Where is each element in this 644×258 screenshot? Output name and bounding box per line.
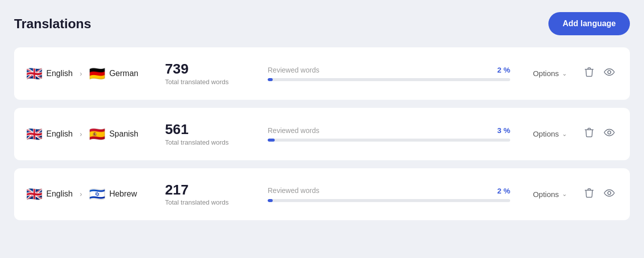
options-button-english-spanish[interactable]: Options ⌄ <box>522 130 578 138</box>
target-flag-english-hebrew: 🇮🇱 <box>89 187 105 201</box>
progress-bar-bg-english-spanish <box>268 139 510 142</box>
word-count-block-english-spanish: 561 Total translated words <box>165 122 256 146</box>
word-count-block-english-german: 739 Total translated words <box>165 61 256 86</box>
svg-point-1 <box>608 131 611 134</box>
target-lang-english-hebrew: Hebrew <box>109 189 137 199</box>
target-flag-english-german: 🇩🇪 <box>89 67 105 80</box>
arrow-icon-english-german: › <box>79 70 82 78</box>
options-label-english-german: Options <box>533 69 559 78</box>
translation-row-english-spanish: 🇬🇧 English › 🇪🇸 Spanish 561 Total transl… <box>14 108 630 160</box>
progress-percent-english-spanish: 3 % <box>497 126 510 135</box>
eye-icon-english-spanish <box>604 128 615 137</box>
view-button-english-hebrew[interactable] <box>601 186 618 203</box>
word-count-number-english-hebrew: 217 <box>165 182 256 198</box>
options-label-english-spanish: Options <box>533 130 559 138</box>
arrow-icon-english-hebrew: › <box>79 190 82 198</box>
svg-point-2 <box>608 191 611 195</box>
chevron-down-icon-english-hebrew: ⌄ <box>562 190 567 198</box>
svg-point-0 <box>608 71 611 74</box>
lang-pair-english-hebrew: 🇬🇧 English › 🇮🇱 Hebrew <box>26 187 157 201</box>
source-lang-english-german: English <box>46 69 72 78</box>
progress-block-english-hebrew: Reviewed words 2 % <box>256 186 522 202</box>
view-button-english-german[interactable] <box>601 65 618 82</box>
progress-percent-english-german: 2 % <box>497 66 510 74</box>
progress-bar-fill-english-hebrew <box>268 199 273 202</box>
add-language-button[interactable]: Add language <box>548 12 630 35</box>
progress-percent-english-hebrew: 2 % <box>497 186 510 195</box>
word-count-number-english-spanish: 561 <box>165 122 256 138</box>
word-count-block-english-hebrew: 217 Total translated words <box>165 182 256 207</box>
chevron-down-icon-english-german: ⌄ <box>562 70 567 77</box>
progress-bar-fill-english-german <box>268 78 273 81</box>
reviewed-label-english-german: Reviewed words <box>268 66 319 74</box>
word-count-number-english-german: 739 <box>165 61 256 77</box>
source-flag-english-german: 🇬🇧 <box>26 67 42 80</box>
arrow-icon-english-spanish: › <box>79 130 82 138</box>
lang-pair-english-german: 🇬🇧 English › 🇩🇪 German <box>26 67 157 80</box>
chevron-down-icon-english-spanish: ⌄ <box>562 131 567 138</box>
eye-icon-english-hebrew <box>604 189 615 197</box>
options-button-english-hebrew[interactable]: Options ⌄ <box>522 190 578 199</box>
reviewed-label-english-spanish: Reviewed words <box>268 126 319 135</box>
lang-pair-english-spanish: 🇬🇧 English › 🇪🇸 Spanish <box>26 127 157 141</box>
translations-list: 🇬🇧 English › 🇩🇪 German 739 Total transla… <box>14 47 630 220</box>
delete-button-english-spanish[interactable] <box>582 124 597 143</box>
delete-button-english-german[interactable] <box>582 64 597 83</box>
options-label-english-hebrew: Options <box>533 190 559 199</box>
delete-button-english-hebrew[interactable] <box>582 185 597 204</box>
translation-row-english-hebrew: 🇬🇧 English › 🇮🇱 Hebrew 217 Total transla… <box>14 168 630 221</box>
progress-bar-fill-english-spanish <box>268 139 275 142</box>
progress-block-english-spanish: Reviewed words 3 % <box>256 126 522 142</box>
trash-icon-english-hebrew <box>585 188 594 198</box>
trash-icon-english-german <box>585 67 594 77</box>
progress-block-english-german: Reviewed words 2 % <box>256 66 522 81</box>
progress-bar-bg-english-hebrew <box>268 199 510 202</box>
source-flag-english-hebrew: 🇬🇧 <box>26 187 42 201</box>
progress-bar-bg-english-german <box>268 78 510 81</box>
word-count-label-english-spanish: Total translated words <box>165 139 256 146</box>
translation-row-english-german: 🇬🇧 English › 🇩🇪 German 739 Total transla… <box>14 47 630 100</box>
page-title: Translations <box>14 16 91 32</box>
source-lang-english-hebrew: English <box>46 189 72 199</box>
source-lang-english-spanish: English <box>46 130 72 139</box>
trash-icon-english-spanish <box>585 127 594 138</box>
reviewed-label-english-hebrew: Reviewed words <box>268 186 319 195</box>
target-lang-english-spanish: Spanish <box>109 130 138 139</box>
word-count-label-english-hebrew: Total translated words <box>165 199 256 206</box>
options-button-english-german[interactable]: Options ⌄ <box>522 69 578 78</box>
target-lang-english-german: German <box>109 69 138 78</box>
eye-icon-english-german <box>604 68 615 76</box>
source-flag-english-spanish: 🇬🇧 <box>26 127 42 141</box>
target-flag-english-spanish: 🇪🇸 <box>89 127 105 141</box>
word-count-label-english-german: Total translated words <box>165 78 256 86</box>
view-button-english-spanish[interactable] <box>601 125 618 142</box>
